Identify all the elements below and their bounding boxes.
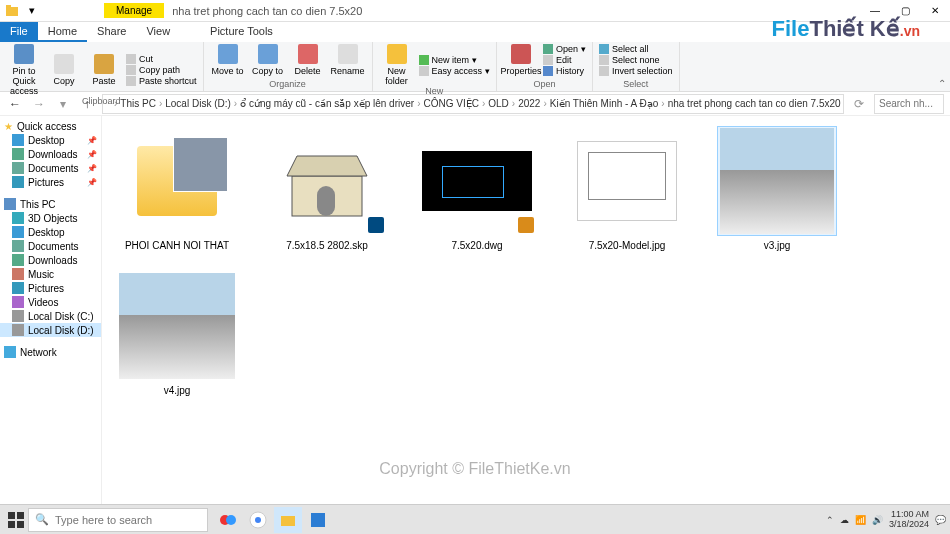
clipboard-extras: Cut Copy path Paste shortcut (126, 54, 197, 86)
svg-point-10 (226, 515, 236, 525)
sidebar-music[interactable]: Music (0, 267, 101, 281)
copy-to-button[interactable]: Copy to (250, 44, 286, 76)
search-input[interactable] (874, 94, 944, 114)
svg-point-12 (255, 517, 261, 523)
quick-access-toolbar: ▾ (0, 3, 44, 19)
select-all-button[interactable]: Select all (599, 44, 673, 54)
sidebar-this-pc[interactable]: This PC (0, 197, 101, 211)
context-tab[interactable]: Manage (104, 3, 164, 18)
file-item[interactable]: v4.jpg (112, 271, 242, 396)
history-button[interactable]: History (543, 66, 586, 76)
navigation-pane: ★Quick access Desktop📌 Downloads📌 Docume… (0, 116, 102, 514)
group-organize: Organize (210, 79, 366, 89)
file-list[interactable]: PHOI CANH NOI THAT 7.5x18.5 2802.skp 7.5… (102, 116, 950, 514)
main-area: ★Quick access Desktop📌 Downloads📌 Docume… (0, 116, 950, 514)
edit-button[interactable]: Edit (543, 55, 586, 65)
sidebar-local-c[interactable]: Local Disk (C:) (0, 309, 101, 323)
tab-share[interactable]: Share (87, 22, 136, 42)
pin-icon: 📌 (87, 164, 97, 173)
sidebar-documents-pc[interactable]: Documents (0, 239, 101, 253)
svg-rect-8 (17, 521, 24, 528)
folder-icon (4, 3, 20, 19)
copy-path-button[interactable]: Copy path (126, 65, 197, 75)
taskbar-explorer[interactable] (274, 507, 302, 533)
tab-file[interactable]: File (0, 22, 38, 42)
pin-icon: 📌 (87, 150, 97, 159)
tray-cloud-icon[interactable]: ☁ (840, 515, 849, 525)
tab-view[interactable]: View (136, 22, 180, 42)
sidebar-desktop[interactable]: Desktop📌 (0, 133, 101, 147)
paste-shortcut-button[interactable]: Paste shortcut (126, 76, 197, 86)
ribbon: Pin to Quick access Copy Paste Cut Copy … (0, 42, 950, 92)
tray-volume-icon[interactable]: 🔊 (872, 515, 883, 525)
move-to-button[interactable]: Move to (210, 44, 246, 76)
tray-clock[interactable]: 11:00 AM 3/18/2024 (889, 510, 929, 530)
file-item[interactable]: PHOI CANH NOI THAT (112, 126, 242, 251)
ribbon-collapse-icon[interactable]: ⌃ (938, 78, 946, 89)
file-item[interactable]: 7.5x18.5 2802.skp (262, 126, 392, 251)
taskbar-search[interactable]: 🔍 Type here to search (28, 508, 208, 532)
start-button[interactable] (4, 508, 28, 532)
properties-button[interactable]: Properties (503, 44, 539, 76)
sidebar-network[interactable]: Network (0, 345, 101, 359)
svg-rect-7 (8, 521, 15, 528)
disk-icon (12, 324, 24, 336)
file-item[interactable]: 7.5x20-Model.jpg (562, 126, 692, 251)
sidebar-quick-access[interactable]: ★Quick access (0, 120, 101, 133)
sidebar-videos[interactable]: Videos (0, 295, 101, 309)
close-button[interactable]: ✕ (920, 0, 950, 22)
videos-icon (12, 296, 24, 308)
file-item[interactable]: 7.5x20.dwg (412, 126, 542, 251)
pin-button[interactable]: Pin to Quick access (6, 44, 42, 96)
refresh-button[interactable]: ⟳ (850, 95, 868, 113)
file-name: 7.5x18.5 2802.skp (286, 240, 368, 251)
easy-access-button[interactable]: Easy access ▾ (419, 66, 491, 76)
paste-button[interactable]: Paste (86, 54, 122, 86)
pictures-icon (12, 176, 24, 188)
new-item-button[interactable]: New item ▾ (419, 55, 491, 65)
tray-notifications-icon[interactable]: 💬 (935, 515, 946, 525)
file-name: PHOI CANH NOI THAT (125, 240, 229, 251)
copy-button[interactable]: Copy (46, 54, 82, 86)
watermark-text: Copyright © FileThietKe.vn (379, 460, 570, 478)
file-item[interactable]: v3.jpg (712, 126, 842, 251)
svg-rect-0 (6, 7, 18, 16)
sidebar-pictures-pc[interactable]: Pictures (0, 281, 101, 295)
select-none-button[interactable]: Select none (599, 55, 673, 65)
group-clipboard: Clipboard (6, 96, 197, 106)
taskbar-app[interactable] (304, 507, 332, 533)
file-name: v4.jpg (164, 385, 191, 396)
down-icon[interactable]: ▾ (24, 3, 40, 19)
sidebar-downloads-pc[interactable]: Downloads (0, 253, 101, 267)
taskbar: 🔍 Type here to search ⌃ ☁ 📶 🔊 11:00 AM 3… (0, 504, 950, 534)
window-title: nha tret phong cach tan co dien 7.5x20 (172, 5, 362, 17)
tray-wifi-icon[interactable]: 📶 (855, 515, 866, 525)
invert-selection-button[interactable]: Invert selection (599, 66, 673, 76)
taskbar-chrome[interactable] (244, 507, 272, 533)
tab-picture-tools[interactable]: Picture Tools (200, 22, 283, 42)
file-name: v3.jpg (764, 240, 791, 251)
disk-icon (12, 310, 24, 322)
svg-rect-14 (311, 513, 325, 527)
sidebar-3d-objects[interactable]: 3D Objects (0, 211, 101, 225)
dwg-thumbnail (417, 126, 537, 236)
new-folder-button[interactable]: New folder (379, 44, 415, 86)
delete-button[interactable]: Delete (290, 44, 326, 76)
jpg-thumbnail (717, 126, 837, 236)
breadcrumb[interactable]: ›This PC ›Local Disk (D:) ›ổ cứng máy cũ… (102, 94, 844, 114)
sidebar-desktop-pc[interactable]: Desktop (0, 225, 101, 239)
svg-rect-13 (281, 516, 295, 526)
tray-chevron-icon[interactable]: ⌃ (826, 515, 834, 525)
open-button[interactable]: Open ▾ (543, 44, 586, 54)
svg-rect-1 (6, 5, 11, 8)
cut-button[interactable]: Cut (126, 54, 197, 64)
sidebar-local-d[interactable]: Local Disk (D:) (0, 323, 101, 337)
sidebar-pictures[interactable]: Pictures📌 (0, 175, 101, 189)
file-name: 7.5x20-Model.jpg (589, 240, 666, 251)
taskbar-app[interactable] (214, 507, 242, 533)
sidebar-downloads[interactable]: Downloads📌 (0, 147, 101, 161)
group-new: New (379, 86, 491, 96)
sidebar-documents[interactable]: Documents📌 (0, 161, 101, 175)
rename-button[interactable]: Rename (330, 44, 366, 76)
tab-home[interactable]: Home (38, 22, 87, 42)
